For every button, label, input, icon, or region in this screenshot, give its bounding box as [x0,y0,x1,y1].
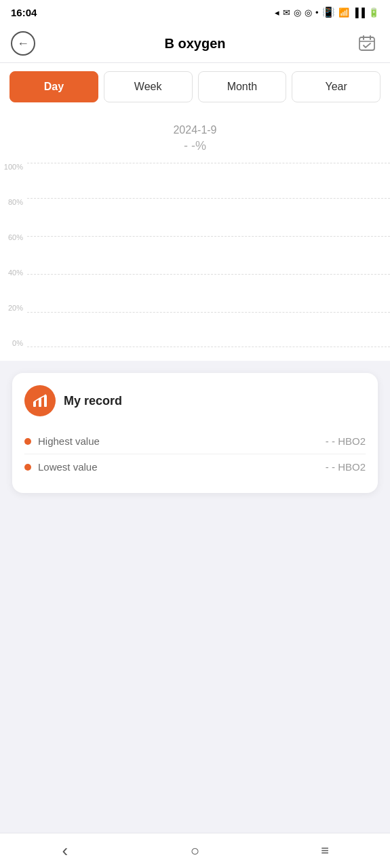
grid-line-20 [27,312,390,313]
svg-rect-5 [39,398,41,407]
tab-year[interactable]: Year [292,71,381,102]
nav-menu-button[interactable]: ≡ [260,833,390,868]
svg-point-7 [45,395,47,397]
y-label-60: 60% [0,233,27,241]
battery-icon: 🔋 [368,7,379,18]
chart-grid [27,160,390,350]
y-label-20: 20% [0,304,27,312]
grid-line-60 [27,236,390,237]
grid-line-80 [27,198,390,199]
y-label-80: 80% [0,198,27,206]
tab-week[interactable]: Week [104,71,193,102]
back-arrow-icon: ← [17,37,29,50]
y-label-0: 0% [0,339,27,347]
tab-month[interactable]: Month [198,71,287,102]
vibrate-icon: 📳 [322,6,335,18]
page-title: B oxygen [164,36,225,52]
nav-back-icon: ‹ [62,840,69,861]
calendar-button[interactable] [355,31,379,56]
help-icon1: ◎ [294,7,301,18]
header: ← B oxygen [0,24,390,63]
calendar-icon [358,35,376,52]
mail-icon: ✉ [283,7,290,18]
chart-value: - -% [0,139,390,160]
grid-line-40 [27,274,390,275]
status-icons: ◂ ✉ ◎ ◎ • 📳 📶 ▐▐ 🔋 [275,6,379,18]
nav-back-button[interactable]: ‹ [0,833,130,868]
record-row-left-lowest: Lowest value [24,461,98,473]
grid-line-0 [27,347,390,347]
record-icon-circle [24,385,56,416]
location-icon: ◂ [275,7,279,18]
record-header: My record [24,385,366,416]
record-row-lowest: Lowest value - - HBO2 [24,454,366,479]
lowest-label: Lowest value [38,461,98,473]
svg-rect-0 [359,37,374,50]
lowest-value: - - HBO2 [326,461,366,473]
svg-rect-4 [33,401,36,407]
chart-date: 2024-1-9 [0,111,390,139]
help-icon2: ◎ [305,7,312,18]
signal-icon: ▐▐ [353,7,365,18]
svg-rect-6 [44,395,47,407]
dot-highest [24,438,31,445]
nav-home-icon: ○ [191,842,199,860]
y-axis: 100% 80% 60% 40% 20% 0% [0,160,27,350]
section-gap [0,361,390,373]
dot-lowest [24,464,31,471]
bottom-nav: ‹ ○ ≡ [0,833,390,868]
tab-bar: Day Week Month Year [0,63,390,111]
bar-chart-icon [31,392,49,410]
dot-icon: • [315,7,319,18]
status-time: 16:04 [11,7,37,18]
highest-label: Highest value [38,435,100,447]
y-label-100: 100% [0,163,27,171]
record-card: My record Highest value - - HBO2 Lowest … [12,373,378,493]
wifi-icon: 📶 [338,7,349,18]
chart-section: 2024-1-9 - -% 100% 80% 60% 40% 20% 0% [0,111,390,361]
nav-home-button[interactable]: ○ [130,833,260,868]
record-row-left-highest: Highest value [24,435,100,447]
grid-line-100 [27,163,390,163]
record-title: My record [64,394,122,408]
status-bar: 16:04 ◂ ✉ ◎ ◎ • 📳 📶 ▐▐ 🔋 [0,0,390,24]
record-row-highest: Highest value - - HBO2 [24,429,366,454]
back-button[interactable]: ← [11,31,35,56]
nav-menu-icon: ≡ [321,843,329,859]
chart-area: 100% 80% 60% 40% 20% 0% [0,160,390,350]
highest-value: - - HBO2 [326,435,366,447]
tab-day[interactable]: Day [9,71,98,102]
y-label-40: 40% [0,269,27,277]
